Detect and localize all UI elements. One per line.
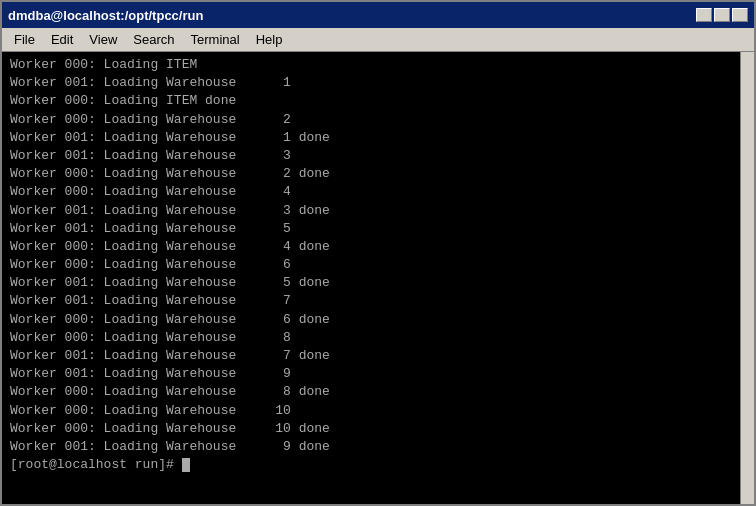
terminal-output[interactable]: Worker 000: Loading ITEM Worker 001: Loa…: [2, 52, 740, 504]
minimize-button[interactable]: [696, 8, 712, 22]
scrollbar[interactable]: [740, 52, 754, 504]
terminal-area: Worker 000: Loading ITEM Worker 001: Loa…: [2, 52, 754, 504]
menu-terminal[interactable]: Terminal: [183, 30, 248, 49]
menu-bar: File Edit View Search Terminal Help: [2, 28, 754, 52]
menu-help[interactable]: Help: [248, 30, 291, 49]
close-button[interactable]: [732, 8, 748, 22]
maximize-button[interactable]: [714, 8, 730, 22]
menu-file[interactable]: File: [6, 30, 43, 49]
title-bar: dmdba@localhost:/opt/tpcc/run: [2, 2, 754, 28]
menu-search[interactable]: Search: [125, 30, 182, 49]
window-controls: [696, 8, 748, 22]
window-title: dmdba@localhost:/opt/tpcc/run: [8, 8, 203, 23]
menu-edit[interactable]: Edit: [43, 30, 81, 49]
terminal-window: dmdba@localhost:/opt/tpcc/run File Edit …: [0, 0, 756, 506]
menu-view[interactable]: View: [81, 30, 125, 49]
terminal-cursor: [182, 458, 190, 472]
